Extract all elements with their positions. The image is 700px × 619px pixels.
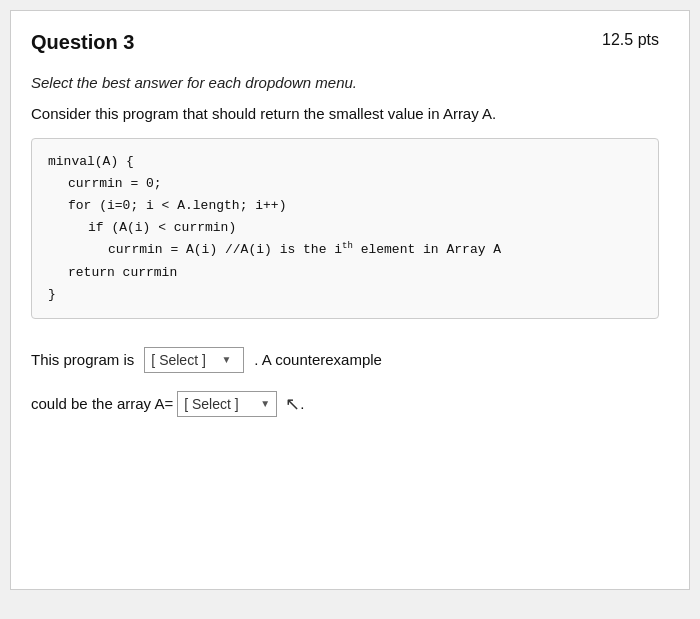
code-block: minval(A) { currmin = 0; for (i=0; i < A…: [31, 138, 659, 319]
code-line-5: currmin = A(i) //A(i) is the ith element…: [48, 239, 642, 261]
code-line-4: if (A(i) < currmin): [48, 217, 642, 239]
header-row: Question 3 12.5 pts: [31, 31, 659, 54]
row2-suffix: .: [300, 395, 304, 412]
question-title: Question 3: [31, 31, 134, 54]
instruction-text: Select the best answer for each dropdown…: [31, 74, 659, 91]
row2-prefix: could be the array A=: [31, 395, 173, 412]
code-line-6: return currmin: [48, 262, 642, 284]
row1-prefix: This program is: [31, 351, 134, 368]
code-line-1: minval(A) {: [48, 151, 642, 173]
dropdown-2-arrow-icon: ▼: [260, 398, 270, 409]
description-text: Consider this program that should return…: [31, 105, 659, 122]
row1-suffix: . A counterexample: [254, 351, 382, 368]
cursor-icon: ↖: [285, 393, 300, 415]
dropdown-2[interactable]: [ Select ] ▼: [177, 391, 277, 417]
page-container: Question 3 12.5 pts Select the best answ…: [10, 10, 690, 590]
code-line-3: for (i=0; i < A.length; i++): [48, 195, 642, 217]
code-line-2: currmin = 0;: [48, 173, 642, 195]
dropdown-1[interactable]: [ Select ] ▼: [144, 347, 244, 373]
dropdown-1-arrow-icon: ▼: [221, 354, 231, 365]
code-line-7: }: [48, 284, 642, 306]
dropdown-1-text: [ Select ]: [151, 352, 215, 368]
question-row-2: could be the array A= [ Select ] ▼ ↖ .: [31, 391, 659, 417]
points-label: 12.5 pts: [602, 31, 659, 49]
superscript-th: th: [342, 241, 353, 251]
dropdown-2-text: [ Select ]: [184, 396, 254, 412]
question-row-1: This program is [ Select ] ▼ . A counter…: [31, 347, 659, 373]
